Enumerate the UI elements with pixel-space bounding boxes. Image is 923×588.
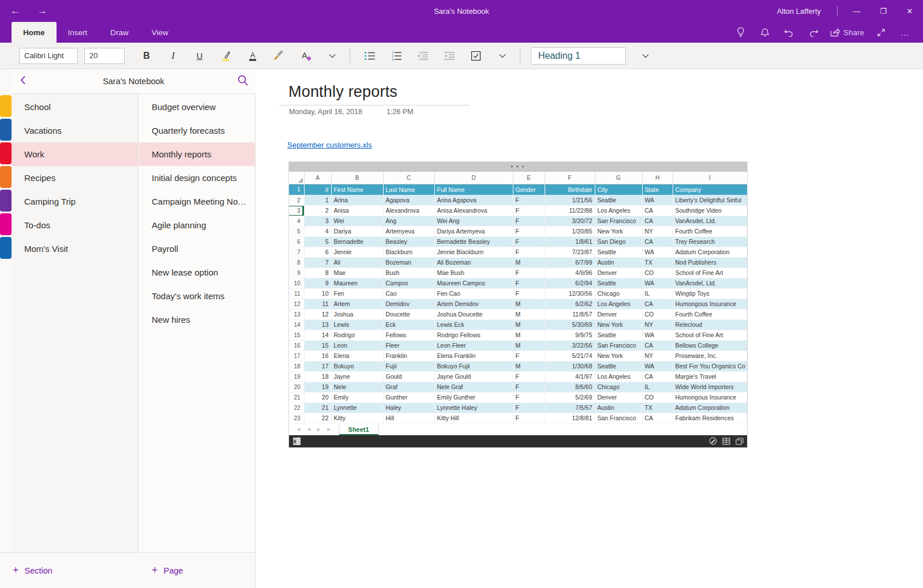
tab-view[interactable]: View (140, 22, 180, 43)
page-time[interactable]: 1:26 PM (387, 108, 414, 116)
cell: 5/30/69 (545, 319, 595, 330)
sidebar-item-camping-trip[interactable]: Camping Trip (12, 190, 138, 213)
embedded-spreadsheet[interactable]: • • • ABCDEFGHI1#First NameLast NameFull… (288, 161, 748, 448)
todo-tag-button[interactable] (464, 47, 487, 65)
close-button[interactable]: ✕ (896, 0, 923, 22)
sidebar-item-recipes[interactable]: Recipes (12, 166, 138, 190)
section-color-tab[interactable] (0, 190, 12, 212)
highlighter-button[interactable] (215, 47, 238, 65)
attachment-link[interactable]: September customers.xls (287, 141, 372, 149)
search-button[interactable] (237, 74, 249, 89)
cell: B (331, 172, 383, 184)
cell: D (434, 172, 513, 184)
page-item-today-s-work-items[interactable]: Today's work items (139, 284, 255, 308)
page-item-quarterly-forecasts[interactable]: Quarterly forecasts (139, 119, 255, 142)
minimize-button[interactable]: — (843, 0, 870, 22)
more-options-icon[interactable]: … (895, 24, 915, 41)
fullscreen-icon[interactable] (871, 24, 891, 41)
decrease-indent-button[interactable] (411, 47, 434, 65)
add-section-button[interactable]: + Section (0, 552, 138, 588)
sidebar-item-vacations[interactable]: Vacations (12, 119, 138, 142)
numbered-list-button[interactable]: 123 (385, 47, 408, 65)
cell: Artem (331, 299, 383, 309)
bulleted-list-button[interactable] (358, 47, 381, 65)
last-sheet-icon[interactable]: ▶ (327, 427, 330, 432)
page-item-payroll[interactable]: Payroll (139, 237, 255, 261)
tab-draw[interactable]: Draw (99, 22, 140, 43)
italic-button[interactable]: I (162, 47, 185, 65)
svg-text:A: A (250, 51, 256, 59)
tell-me-lightbulb-icon[interactable] (731, 24, 751, 41)
next-sheet-icon[interactable]: ▶ (317, 427, 320, 432)
restore-button[interactable]: ❐ (870, 0, 896, 22)
format-painter-button[interactable] (268, 47, 291, 65)
font-name-input[interactable]: Calibri Light (19, 48, 78, 64)
tags-chevron-icon[interactable] (491, 47, 514, 65)
section-color-tab[interactable] (0, 119, 12, 141)
page-item-agile-planning[interactable]: Agile planning (139, 213, 255, 237)
cell: 21 (304, 402, 331, 413)
view-table-icon[interactable] (722, 438, 730, 445)
bold-button[interactable]: B (135, 47, 158, 65)
page-date[interactable]: Monday, April 16, 2018 (289, 108, 362, 116)
section-color-tab[interactable] (0, 166, 12, 188)
page-item-monthly-reports[interactable]: Monthly reports (139, 142, 255, 166)
font-color-button[interactable]: A (241, 47, 264, 65)
cell: I (673, 172, 747, 184)
notifications-bell-icon[interactable] (755, 24, 775, 41)
sidebar-item-mom-s-visit[interactable]: Mom's Visit (12, 237, 138, 261)
cell: 17 (304, 361, 331, 371)
cell: City (595, 184, 642, 195)
cell: 5 (289, 226, 304, 236)
cell: 15 (289, 330, 304, 340)
redo-icon[interactable] (804, 24, 823, 41)
cell: M (513, 299, 545, 309)
first-sheet-icon[interactable]: ◀ (297, 427, 300, 432)
styles-button[interactable]: A (294, 47, 317, 65)
cell: Mae Bush (434, 267, 513, 278)
account-button[interactable]: Alton Lafferty (777, 7, 821, 16)
notebook-title: Sara's Notebook (12, 77, 256, 86)
section-color-tab[interactable] (0, 213, 12, 235)
spreadsheet-drag-bar[interactable]: • • • (289, 162, 747, 172)
cell: Kitty (331, 413, 383, 423)
increase-indent-button[interactable] (438, 47, 461, 65)
undo-icon[interactable] (779, 24, 799, 41)
cell: Wei Ang (434, 216, 513, 226)
share-button[interactable]: Share (828, 28, 866, 37)
page-item-budget-overview[interactable]: Budget overview (139, 95, 255, 119)
prev-sheet-icon[interactable]: ◀ (307, 427, 310, 432)
underline-button[interactable]: U (188, 47, 211, 65)
cell: CA (642, 236, 673, 247)
sidebar-item-to-dos[interactable]: To-dos (12, 213, 138, 237)
font-size-input[interactable]: 20 (84, 48, 125, 64)
page-item-new-lease-option[interactable]: New lease option (139, 261, 255, 284)
cell: Seattle (595, 195, 642, 205)
edit-workbook-icon[interactable] (709, 437, 717, 445)
tab-insert[interactable]: Insert (57, 22, 99, 43)
sidebar-item-school[interactable]: School (12, 95, 138, 119)
styles-chevron-icon[interactable] (634, 47, 657, 65)
table-row: 109MaureenCamposMaureen CamposF6/2/94Sea… (289, 278, 747, 288)
notebooks-back-button[interactable] (12, 76, 35, 87)
sheet-tab[interactable]: Sheet1 (339, 424, 379, 435)
cell: C (383, 172, 434, 184)
section-color-tab[interactable] (0, 95, 12, 117)
page-item-new-hires[interactable]: New hires (139, 308, 255, 331)
cell: 10 (289, 278, 304, 288)
page-title[interactable]: Monthly reports (288, 83, 397, 101)
page-canvas[interactable]: Monthly reports Monday, April 16, 2018 1… (256, 69, 923, 588)
cell: 1/8/61 (545, 236, 595, 247)
font-options-chevron-icon[interactable] (321, 47, 344, 65)
sidebar-item-work[interactable]: Work (12, 142, 138, 166)
cell: Anisa (331, 205, 383, 216)
open-in-new-window-icon[interactable] (736, 438, 744, 445)
cell: TX (642, 257, 673, 267)
page-item-initial-design-concepts[interactable]: Initial design concepts (139, 166, 255, 190)
section-color-tab[interactable] (0, 237, 12, 259)
page-item-campaign-meeting-no-[interactable]: Campaign Meeting No… (139, 190, 255, 213)
section-color-tab[interactable] (0, 142, 12, 164)
tab-home[interactable]: Home (12, 22, 57, 43)
add-page-button[interactable]: + Page (139, 552, 256, 588)
style-selector[interactable]: Heading 1 (531, 47, 626, 65)
